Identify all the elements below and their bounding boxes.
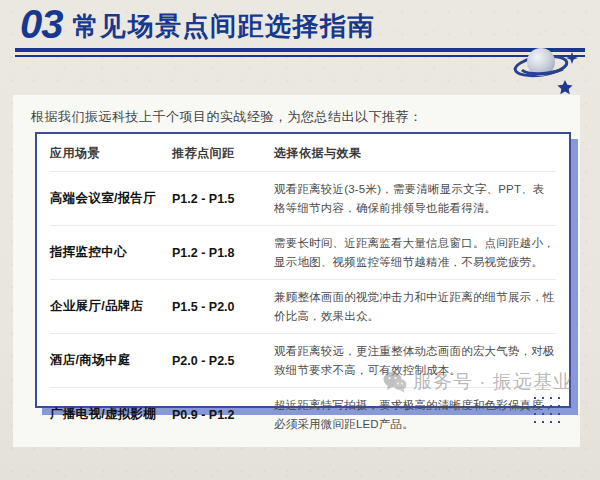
- scene-cell: 广播电视/虚拟影棚: [50, 406, 172, 423]
- content-panel: 根据我们振远科技上千个项目的实战经验，为您总结出以下推荐： 应用场景 推荐点间距…: [13, 95, 580, 447]
- col-header-scene: 应用场景: [50, 145, 172, 162]
- desc-cell: 兼顾整体画面的视觉冲击力和中近距离的细节展示，性价比高，效果出众。: [274, 288, 556, 326]
- desc-cell: 观看距离较远，更注重整体动态画面的宏大气势，对极致细节要求不高，可有效控制成本。: [274, 342, 556, 380]
- pitch-cell: P2.0 - P2.5: [172, 354, 274, 368]
- pitch-cell: P0.9 - P1.2: [172, 408, 274, 422]
- desc-cell: 需要长时间、近距离监看大量信息窗口。点间距越小，显示地图、视频监控等细节越精准，…: [274, 234, 556, 272]
- table-row: 企业展厅/品牌店 P1.5 - P2.0 兼顾整体画面的视觉冲击力和中近距离的细…: [50, 279, 556, 333]
- scene-cell: 指挥监控中心: [50, 244, 172, 261]
- scene-cell: 企业展厅/品牌店: [50, 298, 172, 315]
- pitch-cell: P1.2 - P1.5: [172, 192, 274, 206]
- table-row: 酒店/商场中庭 P2.0 - P2.5 观看距离较远，更注重整体动态画面的宏大气…: [50, 333, 556, 387]
- desc-cell: 观看距离较近(3-5米)，需要清晰显示文字、PPT、表格等细节内容，确保前排领导…: [274, 180, 556, 218]
- desc-cell: 超近距离特写拍摄，要求极高的清晰度和色彩保真度，必须采用微间距LED产品。: [274, 396, 556, 434]
- dot-grid-decoration: [531, 394, 566, 429]
- infographic-page: { "header": { "section_number": "03", "t…: [0, 0, 600, 480]
- table-row: 指挥监控中心 P1.2 - P1.8 需要长时间、近距离监看大量信息窗口。点间距…: [50, 225, 556, 279]
- col-header-pitch: 推荐点间距: [172, 145, 274, 162]
- recommendation-table-card: 应用场景 推荐点间距 选择依据与效果 高端会议室/报告厅 P1.2 - P1.5…: [35, 132, 571, 408]
- planet-icon: [508, 44, 584, 100]
- big-star-icon: [557, 80, 572, 94]
- scene-cell: 酒店/商场中庭: [50, 352, 172, 369]
- col-header-basis: 选择依据与效果: [274, 145, 556, 162]
- page-title: 常见场景点间距选择指南: [73, 10, 376, 45]
- table-row: 广播电视/虚拟影棚 P0.9 - P1.2 超近距离特写拍摄，要求极高的清晰度和…: [50, 387, 556, 441]
- section-number: 03: [20, 4, 63, 44]
- pitch-cell: P1.2 - P1.8: [172, 246, 274, 260]
- title-divider: [15, 48, 585, 57]
- pitch-cell: P1.5 - P2.0: [172, 300, 274, 314]
- intro-text: 根据我们振远科技上千个项目的实战经验，为您总结出以下推荐：: [31, 108, 561, 126]
- scene-cell: 高端会议室/报告厅: [50, 190, 172, 207]
- table-row: 高端会议室/报告厅 P1.2 - P1.5 观看距离较近(3-5米)，需要清晰显…: [50, 171, 556, 225]
- table-header-row: 应用场景 推荐点间距 选择依据与效果: [50, 134, 556, 171]
